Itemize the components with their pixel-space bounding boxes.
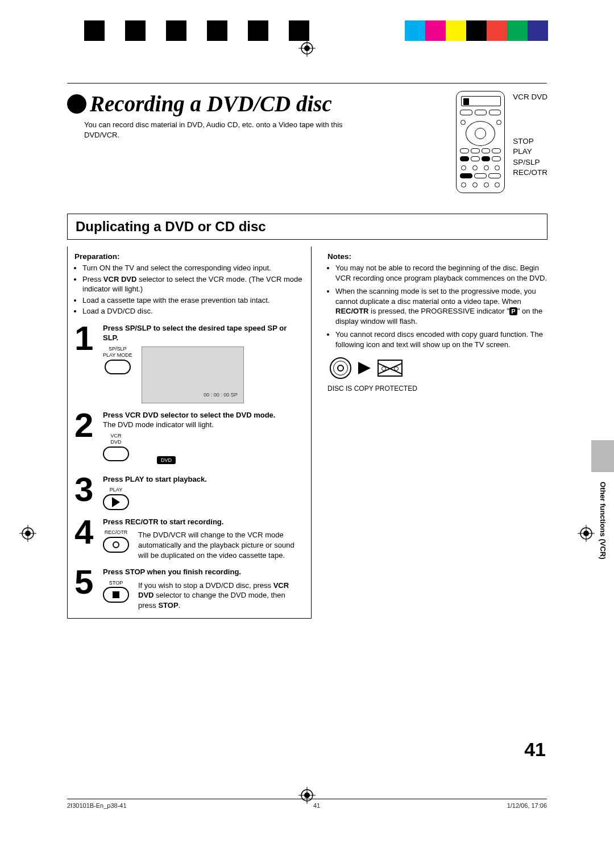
- step3-title: Press PLAY to start playback.: [103, 474, 304, 485]
- registration-mark-left: [19, 525, 36, 542]
- progressive-icon: P: [509, 307, 517, 315]
- play-icon: [112, 497, 120, 507]
- preparation-item: Turn ON the TV and select the correspond…: [82, 263, 304, 273]
- stop-button-diagram: STOP: [103, 581, 129, 603]
- section-title: Duplicating a DVD or CD disc: [76, 219, 539, 235]
- disc-icon: [330, 357, 351, 379]
- copy-protect-diagram: [330, 357, 547, 379]
- note-item: You cannot record discs encoded with cop…: [335, 329, 547, 349]
- footer-rule: [67, 799, 547, 799]
- registration-mark-right: [578, 525, 595, 542]
- step-3: 3 Press PLAY to start playback. PLAY: [74, 474, 304, 510]
- section-title-box: Duplicating a DVD or CD disc: [67, 214, 547, 240]
- stop-icon: [113, 591, 119, 598]
- top-rule: [67, 83, 547, 84]
- tape-crossed-icon: [377, 360, 403, 377]
- footer: 2I30101B-En_p38-41 41 1/12/06, 17:06: [67, 802, 547, 809]
- preparation-list: Turn ON the TV and select the correspond…: [74, 263, 304, 316]
- step-1: 1 Press SP/SLP to select the desired tap…: [74, 323, 304, 403]
- step2-title: Press VCR DVD selector to select the DVD…: [103, 410, 304, 420]
- remote-label-vcrdvd: VCR DVD: [513, 92, 547, 102]
- preparation-item: Press VCR DVD selector to select the VCR…: [82, 274, 304, 294]
- step1-title: Press SP/SLP to select the desired tape …: [103, 323, 304, 343]
- step-number: 3: [74, 474, 97, 510]
- intro-text: You can record disc material in DVD, Aud…: [84, 120, 363, 140]
- note-item: You may not be able to record the beginn…: [335, 263, 547, 283]
- remote-diagram: [456, 91, 505, 193]
- remote-label-recotr: REC/OTR: [513, 168, 547, 178]
- title-bullet-icon: [67, 94, 86, 114]
- dvd-indicator-pill: DVD: [157, 456, 176, 464]
- notes-list: You may not be able to record the beginn…: [327, 263, 547, 349]
- step-5: 5 Press STOP when you finish recording. …: [74, 567, 304, 610]
- recotr-button-diagram: REC/OTR: [103, 530, 129, 552]
- remote-labels: VCR DVD STOP PLAY SP/SLP REC/OTR: [513, 91, 547, 178]
- page-title: Recording a DVD/CD disc: [67, 91, 439, 116]
- registration-mark-top: [298, 40, 316, 57]
- remote-label-play: PLAY: [513, 147, 547, 157]
- right-column: Notes: You may not be able to record the…: [327, 247, 547, 619]
- step4-body: The DVD/VCR will change to the VCR mode …: [138, 530, 304, 560]
- vcrdvd-button-diagram: VCR DVD: [103, 433, 129, 461]
- record-icon: [113, 541, 119, 548]
- spslp-button-diagram: SP/SLP PLAY MODE: [103, 347, 132, 374]
- side-tab: [591, 440, 614, 472]
- osd-text: 00 : 00 : 00 SP: [204, 391, 238, 398]
- step-number: 5: [74, 567, 97, 610]
- remote-label-stop: STOP: [513, 136, 547, 147]
- step-4: 4 Press REC/OTR to start recording. REC/…: [74, 517, 304, 560]
- footer-timestamp: 1/12/06, 17:06: [507, 802, 547, 809]
- copy-protected-text: DISC IS COPY PROTECTED: [327, 385, 547, 393]
- arrow-right-icon: [358, 362, 371, 374]
- title-text: Recording a DVD/CD disc: [90, 91, 332, 116]
- footer-page: 41: [313, 802, 320, 809]
- step2-body: The DVD mode indicator will light.: [103, 420, 304, 430]
- print-color-bars: [0, 20, 614, 41]
- tv-screen-diagram: 00 : 00 : 00 SP: [142, 347, 244, 403]
- step-2: 2 Press VCR DVD selector to select the D…: [74, 410, 304, 468]
- footer-doc-id: 2I30101B-En_p38-41: [67, 802, 127, 809]
- step4-title: Press REC/OTR to start recording.: [103, 517, 304, 527]
- step5-body: If you wish to stop a DVD/CD disc, press…: [138, 581, 304, 611]
- note-item: When the scanning mode is set to the pro…: [335, 286, 547, 326]
- preparation-item: Load a cassette tape with the erase prev…: [82, 295, 304, 306]
- left-column: Preparation: Turn ON the TV and select t…: [67, 247, 312, 619]
- step-number: 1: [74, 323, 97, 403]
- preparation-heading: Preparation:: [74, 252, 304, 261]
- step5-title: Press STOP when you finish recording.: [103, 567, 304, 577]
- page-number: 41: [524, 738, 546, 761]
- notes-heading: Notes:: [327, 252, 547, 261]
- remote-label-spslp: SP/SLP: [513, 157, 547, 168]
- step-number: 2: [74, 410, 97, 468]
- registration-mark-bottom: [298, 787, 316, 804]
- play-button-diagram: PLAY: [103, 487, 129, 510]
- side-section-label: Other functions (VCR): [599, 482, 607, 560]
- preparation-item: Load a DVD/CD disc.: [82, 306, 304, 316]
- step-number: 4: [74, 517, 97, 560]
